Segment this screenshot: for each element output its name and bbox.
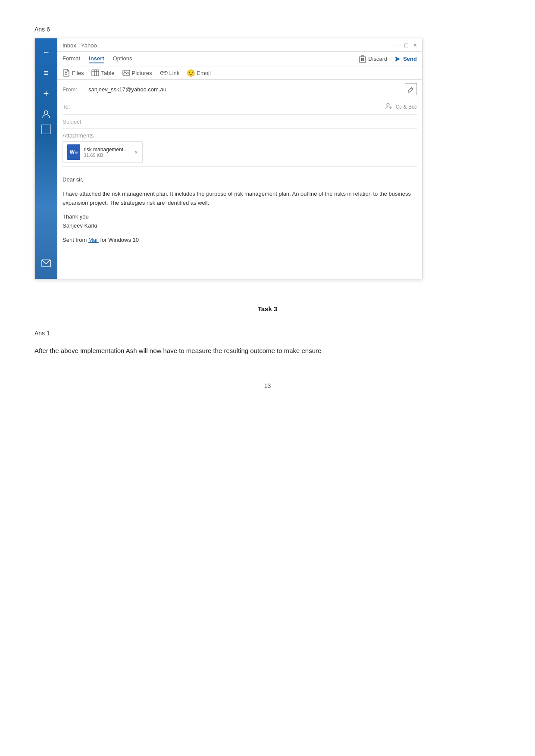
from-label: From:	[63, 86, 88, 93]
files-icon	[63, 69, 70, 77]
attachment-size: 31.65 KB	[84, 153, 128, 158]
insert-files-button[interactable]: Files	[63, 69, 84, 77]
svg-point-0	[44, 111, 48, 114]
email-paragraph1: I have attached the risk management plan…	[63, 190, 417, 208]
attachment-name: risk management...	[84, 147, 128, 153]
email-signature1: Thank you Sanjeev Karki	[63, 212, 417, 231]
compose-button[interactable]	[405, 83, 417, 95]
email-window: ← ≡ + Inbox - Yahoo	[34, 38, 422, 279]
insert-toolbar: Files Table	[57, 66, 422, 80]
insert-link-button[interactable]: Link	[160, 69, 180, 77]
ans6-label: Ans 6	[34, 26, 501, 33]
emoji-icon: 🙂	[187, 69, 195, 77]
person-icon	[41, 109, 51, 119]
window-title: Inbox - Yahoo	[63, 42, 97, 49]
task3-section: Task 3	[34, 305, 501, 312]
cc-bcc-button[interactable]: Cc & Bcc	[396, 104, 417, 110]
sidebar-mail-button[interactable]	[35, 253, 57, 274]
from-value: sanjeev_ssk17@yahoo.com.au	[88, 86, 405, 93]
link-icon	[160, 69, 168, 77]
menu-toolbar: Format Insert Options	[57, 52, 422, 66]
mail-link[interactable]: Mail	[88, 237, 99, 243]
svg-point-21	[387, 103, 389, 106]
close-button[interactable]: ×	[413, 42, 417, 49]
minimize-button[interactable]: —	[393, 42, 399, 49]
attachment-word-icon: W≡	[67, 144, 80, 160]
menu-insert[interactable]: Insert	[89, 54, 104, 63]
to-input[interactable]	[88, 103, 385, 110]
insert-pictures-button[interactable]: Pictures	[122, 69, 152, 77]
from-row: From: sanjeev_ssk17@yahoo.com.au	[63, 80, 417, 99]
send-label: Send	[403, 56, 417, 62]
emoji-label: Emoji	[197, 70, 211, 76]
attachments-label: Attachments	[63, 132, 417, 139]
mail-icon	[41, 259, 51, 267]
send-button[interactable]: Send	[394, 56, 417, 62]
table-label: Table	[101, 70, 114, 76]
compose-icon-svg	[407, 86, 414, 93]
attachment-item: W≡ risk management... 31.65 KB ×	[63, 141, 143, 163]
discard-button[interactable]: Discard	[359, 55, 387, 63]
files-label: Files	[72, 70, 84, 76]
email-footer: Sent from Mail for Windows 10	[63, 236, 417, 245]
to-label: To:	[63, 103, 88, 110]
menu-format[interactable]: Format	[63, 54, 80, 63]
email-signature2: Sanjeev Karki	[63, 222, 97, 229]
maximize-button[interactable]: □	[404, 42, 408, 49]
attachment-info: risk management... 31.65 KB	[84, 147, 128, 158]
sidebar-add-button[interactable]: +	[35, 83, 57, 104]
discard-label: Discard	[368, 56, 387, 62]
sidebar-menu-button[interactable]: ≡	[35, 62, 57, 83]
svg-marker-10	[395, 56, 400, 62]
insert-table-button[interactable]: Table	[91, 69, 114, 77]
link-label: Link	[169, 70, 180, 76]
send-icon	[394, 56, 401, 62]
svg-point-11	[65, 72, 67, 75]
sidebar-square-button[interactable]	[41, 125, 51, 134]
pictures-icon	[122, 69, 130, 77]
svg-rect-13	[92, 70, 99, 76]
title-bar: Inbox - Yahoo — □ ×	[57, 38, 422, 52]
email-body: Dear sir, I have attached the risk manag…	[63, 167, 417, 257]
sidebar-back-button[interactable]: ←	[35, 42, 57, 62]
sidebar: ← ≡ +	[35, 38, 57, 279]
table-icon	[91, 69, 99, 77]
main-content: Inbox - Yahoo — □ × Format Insert Option…	[57, 38, 422, 279]
sidebar-person-button[interactable]	[35, 104, 57, 125]
discard-icon	[359, 55, 366, 63]
email-greeting: Dear sir,	[63, 175, 417, 184]
menu-items: Format Insert Options	[63, 54, 132, 63]
pictures-label: Pictures	[132, 70, 152, 76]
action-buttons: Discard Send	[359, 55, 417, 63]
insert-emoji-button[interactable]: 🙂 Emoji	[187, 69, 211, 77]
attachment-close-button[interactable]: ×	[135, 149, 138, 156]
ans1-label: Ans 1	[34, 330, 501, 337]
window-controls: — □ ×	[393, 42, 417, 49]
subject-input[interactable]: Subject	[63, 119, 81, 125]
add-person-icon[interactable]	[385, 103, 392, 111]
attachments-section: Attachments W≡ risk management... 31.65 …	[63, 129, 417, 167]
page-number: 13	[34, 382, 501, 389]
to-actions: Cc & Bcc	[385, 103, 417, 111]
subject-row: Subject	[63, 115, 417, 129]
ans1-text: After the above Implementation Ash will …	[34, 345, 501, 356]
task3-title: Task 3	[258, 305, 278, 312]
form-area: From: sanjeev_ssk17@yahoo.com.au To:	[57, 80, 422, 279]
svg-rect-17	[123, 70, 130, 75]
to-row: To: Cc & Bcc	[63, 99, 417, 115]
menu-options[interactable]: Options	[113, 54, 132, 63]
